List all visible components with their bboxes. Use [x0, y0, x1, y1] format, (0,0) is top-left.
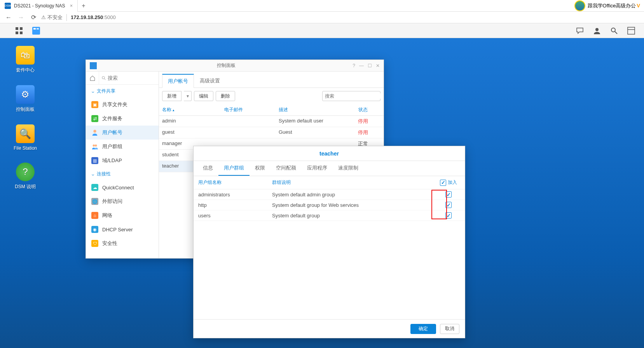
taskbar-user-button[interactable] [591, 26, 603, 35]
dialog-body: 用户组名称 群组说明 加入 administratorsSystem defau… [194, 176, 465, 319]
user-icon [593, 27, 601, 35]
group-table-row[interactable]: httpSystem default group for Web service… [194, 200, 465, 210]
file-station-icon: 🔍 [16, 124, 35, 143]
cell-group-name: http [198, 202, 272, 208]
dialog-tab-apps[interactable]: 应用程序 [302, 161, 333, 176]
join-checkbox[interactable] [445, 212, 452, 219]
window-close-icon[interactable]: ✕ [376, 63, 380, 68]
sidebar-item-external-access[interactable]: 🌐外部访问 [86, 194, 159, 208]
sidebar-item-quickconnect[interactable]: ☁QuickConnect [86, 180, 159, 194]
group-table-row[interactable]: administratorsSystem default admin group [194, 189, 465, 200]
user-table-row[interactable]: guestGuest停用 [159, 127, 384, 138]
window-titlebar[interactable]: 控制面板 ? — ☐ ✕ [86, 60, 384, 72]
svg-line-9 [615, 31, 617, 34]
taskbar-chat-button[interactable] [574, 26, 586, 35]
browser-profile[interactable]: 跟我学Office高级办公 V [574, 0, 644, 11]
user-icon [91, 129, 98, 136]
new-tab-button[interactable]: + [78, 2, 89, 9]
window-maximize-icon[interactable]: ☐ [368, 63, 372, 68]
tab-advanced[interactable]: 高级设置 [194, 74, 226, 87]
search-icon [101, 75, 106, 81]
svg-rect-0 [16, 27, 18, 30]
col-join[interactable]: 加入 [437, 179, 460, 186]
chat-icon [576, 27, 584, 35]
svg-point-14 [93, 130, 96, 133]
window-title-icon [90, 62, 97, 69]
col-name[interactable]: 名称 [162, 107, 224, 113]
control-panel-icon: ⚙ [16, 85, 35, 104]
dialog-tab-perm[interactable]: 权限 [250, 161, 271, 176]
create-dropdown-button[interactable]: ▾ [184, 91, 192, 101]
edit-user-dialog: teacher 信息 用户群组 权限 空间配额 应用程序 速度限制 用户组名称 … [193, 146, 465, 338]
taskbar-search-button[interactable] [608, 26, 620, 35]
dialog-tab-quota[interactable]: 空间配额 [271, 161, 302, 176]
user-table-header: 名称 电子邮件 描述 状态 [159, 104, 384, 116]
tab-user[interactable]: 用户帐号 [162, 74, 194, 88]
taskbar-app-controlpanel[interactable] [30, 26, 42, 35]
desktop-icon-control-panel[interactable]: ⚙ 控制面板 [12, 85, 39, 113]
sidebar-item-security[interactable]: 🛡安全性 [86, 236, 159, 250]
sidebar-item-network[interactable]: ⌂网络 [86, 208, 159, 222]
col-group-name[interactable]: 用户组名称 [198, 179, 272, 186]
user-table-row[interactable]: adminSystem default user停用 [159, 116, 384, 127]
join-checkbox[interactable] [445, 202, 452, 208]
dialog-tab-info[interactable]: 信息 [197, 161, 218, 176]
col-desc[interactable]: 描述 [279, 107, 346, 113]
browser-tab[interactable]: DSM DS2021 - Synology NAS × [0, 0, 78, 12]
svg-rect-3 [20, 31, 23, 34]
dialog-tab-groups[interactable]: 用户群组 [218, 161, 250, 176]
filter-box[interactable] [322, 91, 380, 101]
sidebar-item-dhcp[interactable]: ◉DHCP Server [86, 222, 159, 236]
svg-rect-6 [37, 28, 39, 30]
shield-icon: 🛡 [91, 240, 98, 247]
nav-forward-button[interactable]: → [16, 13, 26, 22]
delete-button[interactable]: 删除 [216, 91, 235, 101]
col-email[interactable]: 电子邮件 [224, 107, 279, 113]
sidebar-item-group[interactable]: 用户群组 [86, 140, 159, 154]
sidebar-item-file-services[interactable]: ⇄文件服务 [86, 112, 159, 126]
dialog-tab-speed[interactable]: 速度限制 [333, 161, 364, 176]
grid-icon [15, 27, 23, 35]
edit-button[interactable]: 编辑 [194, 91, 213, 101]
cell-group-desc: System default group [272, 213, 437, 219]
dialog-title: teacher [194, 146, 465, 161]
desktop-icon-label: File Station [14, 145, 37, 151]
dsm-desktop: 🛍 套件中心 ⚙ 控制面板 🔍 File Station ? DSM 说明 控制… [0, 38, 644, 348]
cancel-button[interactable]: 取消 [440, 324, 459, 334]
sidebar-category-connectivity[interactable]: 连接性 [86, 168, 159, 180]
cell-group-name: users [198, 213, 272, 219]
sidebar-search[interactable] [99, 72, 159, 84]
join-checkbox[interactable] [445, 191, 452, 198]
col-group-desc[interactable]: 群组说明 [272, 179, 437, 186]
col-status[interactable]: 状态 [346, 107, 380, 113]
sidebar-home-button[interactable] [86, 72, 99, 84]
taskbar-widgets-button[interactable] [625, 26, 637, 35]
sidebar-item-domain-ldap[interactable]: ▥域/LDAP [86, 154, 159, 168]
window-minimize-icon[interactable]: — [359, 63, 364, 68]
tab-close-icon[interactable]: × [70, 3, 73, 9]
desktop-icon-dsm-help[interactable]: ? DSM 说明 [12, 163, 39, 190]
nav-back-button[interactable]: ← [4, 13, 13, 22]
desktop-icon-file-station[interactable]: 🔍 File Station [12, 124, 39, 151]
file-services-icon: ⇄ [91, 115, 98, 122]
group-table-row[interactable]: usersSystem default group [194, 210, 465, 221]
help-icon: ? [16, 163, 35, 181]
main-menu-button[interactable] [13, 26, 25, 35]
create-button[interactable]: 新增 [162, 91, 182, 101]
url-box[interactable]: ⚠ 不安全 172.19.18.250 :5000 [41, 14, 640, 21]
ok-button[interactable]: 确定 [410, 324, 436, 334]
profile-avatar [574, 0, 585, 11]
sidebar-item-user[interactable]: 用户帐号 [86, 126, 159, 140]
ldap-icon: ▥ [91, 157, 98, 164]
nav-reload-button[interactable]: ⟳ [29, 13, 38, 22]
desktop-icon-label: 控制面板 [16, 106, 35, 113]
sidebar-item-shared-folder[interactable]: ▣共享文件夹 [86, 98, 159, 112]
svg-rect-1 [20, 27, 23, 30]
sidebar-category-file-sharing[interactable]: 文件共享 [86, 85, 159, 98]
window-help-icon[interactable]: ? [353, 63, 355, 68]
join-all-checkbox[interactable] [440, 180, 446, 186]
dsm-taskbar [0, 23, 644, 38]
desktop-icon-package-center[interactable]: 🛍 套件中心 [12, 46, 39, 73]
filter-input[interactable] [325, 93, 383, 99]
sidebar-search-input[interactable] [108, 75, 156, 81]
